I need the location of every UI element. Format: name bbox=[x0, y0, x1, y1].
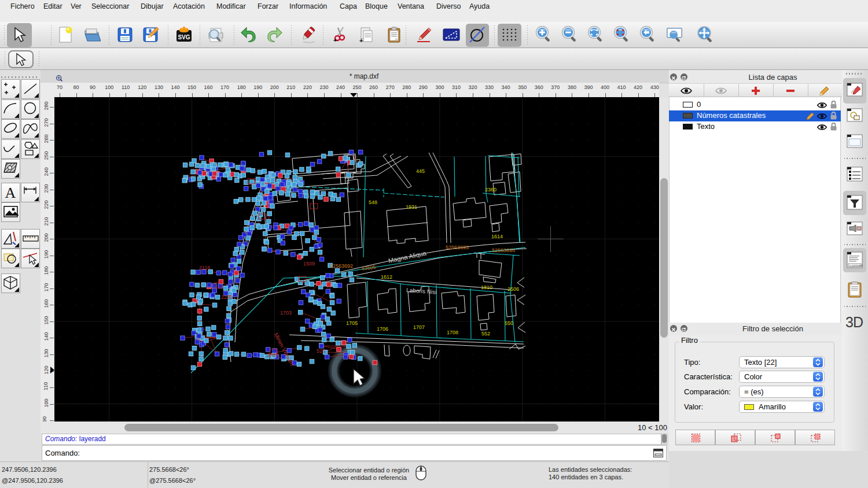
svg-text:548: 548 bbox=[369, 199, 377, 205]
svg-text:550: 550 bbox=[505, 320, 513, 326]
svg-text:SVG: SVG bbox=[178, 34, 190, 40]
svg-text:1705: 1705 bbox=[346, 320, 358, 326]
svg-text:1614: 1614 bbox=[491, 234, 503, 239]
svg-text:52563693: 52563693 bbox=[446, 245, 469, 250]
svg-text:2116: 2116 bbox=[199, 265, 210, 271]
svg-text:1703: 1703 bbox=[280, 310, 292, 316]
svg-text:1931: 1931 bbox=[406, 204, 417, 210]
svg-text:1703: 1703 bbox=[267, 352, 278, 358]
svg-text:1708: 1708 bbox=[447, 330, 458, 335]
svg-text:2360: 2360 bbox=[485, 187, 496, 193]
svg-text:52563694: 52563694 bbox=[492, 247, 515, 253]
svg-text:+: + bbox=[359, 37, 363, 43]
svg-text:52563692: 52563692 bbox=[330, 263, 353, 269]
svg-text:2230: 2230 bbox=[221, 294, 233, 300]
svg-text:2506: 2506 bbox=[507, 286, 519, 292]
svg-text:552: 552 bbox=[481, 331, 490, 337]
svg-text:c command: c command bbox=[849, 264, 863, 267]
svg-text:A: A bbox=[5, 184, 16, 201]
svg-text:1810: 1810 bbox=[481, 284, 492, 290]
svg-text:526: 526 bbox=[317, 348, 325, 354]
svg-text:445: 445 bbox=[416, 168, 425, 174]
svg-text:1509: 1509 bbox=[303, 261, 315, 267]
svg-text:+: + bbox=[333, 36, 337, 43]
svg-text:1612: 1612 bbox=[381, 274, 392, 280]
svg-text:1707: 1707 bbox=[413, 324, 425, 330]
svg-text:1706: 1706 bbox=[377, 326, 388, 332]
